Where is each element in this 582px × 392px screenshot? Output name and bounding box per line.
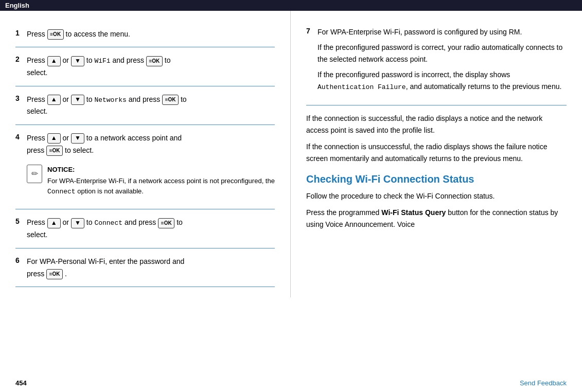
ok-key-5: ≡OK <box>158 218 174 228</box>
step-4-to-select: to select. <box>65 146 94 154</box>
step-7-para3-before: If the preconfigured password is incorre… <box>318 70 510 79</box>
step-3: 3 Press ▲ or ▼ to Networks and press ≡OK… <box>15 86 275 125</box>
step-1: 1 Press ≡OK to access the menu. <box>15 21 275 47</box>
divider-1 <box>306 105 567 105</box>
step-5: 5 Press ▲ or ▼ to Connect and press ≡OK … <box>15 209 275 248</box>
step-2: 2 Press ▲ or ▼ to WiFi and press ≡OK tos… <box>15 47 275 86</box>
step-6: 6 For WPA-Personal Wi-Fi, enter the pass… <box>15 248 275 288</box>
language-label: English <box>5 2 29 9</box>
ok-key-1: ≡OK <box>47 29 64 40</box>
step-6-dot: . <box>65 270 67 278</box>
notice-body-text1: For WPA-Enterprise Wi-Fi, if a network a… <box>47 177 275 185</box>
section-para1: Follow the procedure to check the Wi-Fi … <box>306 190 567 202</box>
step-7-content: For WPA-Enterprise Wi-Fi, password is co… <box>318 26 567 93</box>
step-4-press2: press <box>27 146 46 154</box>
step-3-or: or <box>63 95 71 103</box>
page-header: English <box>0 0 582 11</box>
section-heading: Checking Wi-Fi Connection Status <box>306 173 567 185</box>
wifi-status-query-bold: Wi-Fi Status Query <box>381 208 446 217</box>
step-3-number: 3 <box>15 94 27 102</box>
step-2-press: Press <box>27 56 47 64</box>
left-column: 1 Press ≡OK to access the menu. 2 Press … <box>0 11 291 297</box>
step-1-text-before: Press <box>27 30 47 38</box>
step-5-to: to <box>86 218 95 226</box>
step-4-press: Press <box>27 134 47 142</box>
step-7-number: 7 <box>306 26 318 35</box>
step-6-press: press <box>27 270 46 278</box>
down-key-4: ▼ <box>71 133 84 144</box>
notice-icon: ✏ <box>27 165 42 183</box>
step-5-number: 5 <box>15 217 27 225</box>
down-key-3: ▼ <box>71 95 84 105</box>
up-key-5: ▲ <box>47 218 61 228</box>
main-content: 1 Press ≡OK to access the menu. 2 Press … <box>0 11 582 297</box>
section-para2-before: Press the programmed <box>306 208 381 217</box>
step-3-and: and press <box>129 95 162 103</box>
step-3-content: Press ▲ or ▼ to Networks and press ≡OK t… <box>27 94 275 117</box>
down-key-5: ▼ <box>71 218 84 228</box>
step-2-to: to <box>86 56 95 64</box>
step-6-line1: For WPA-Personal Wi-Fi, enter the passwo… <box>27 256 275 267</box>
step-2-content: Press ▲ or ▼ to WiFi and press ≡OK tosel… <box>27 55 275 78</box>
step-1-text-after: to access the menu. <box>66 30 130 38</box>
step-4-line2: press ≡OK to select. <box>27 145 275 156</box>
info-block-2: If the connection is unsuccessful, the r… <box>306 141 567 164</box>
ok-key-3: ≡OK <box>162 95 179 105</box>
step-6-line2: press ≡OK . <box>27 268 275 279</box>
notice-title: NOTICE: <box>47 165 275 175</box>
info-block-1: If the connection is successful, the rad… <box>306 113 567 136</box>
step-6-content: For WPA-Personal Wi-Fi, enter the passwo… <box>27 256 275 280</box>
step-7-para1: For WPA-Enterprise Wi-Fi, password is co… <box>318 26 567 38</box>
step-7: 7 For WPA-Enterprise Wi-Fi, password is … <box>306 21 567 98</box>
step-1-content: Press ≡OK to access the menu. <box>27 28 275 40</box>
step-2-and: and press <box>113 56 146 64</box>
up-key-2: ▲ <box>47 56 61 66</box>
up-key-4: ▲ <box>47 133 61 144</box>
notice-body: For WPA-Enterprise Wi-Fi, if a network a… <box>47 176 275 197</box>
footer-page-number: 454 <box>15 379 27 387</box>
step-4-or: or <box>63 134 71 142</box>
step-4-to-network: to a network access point and <box>86 134 182 142</box>
step-4-content: Press ▲ or ▼ to a network access point a… <box>27 132 275 202</box>
step-4-number: 4 <box>15 132 27 141</box>
right-column: 7 For WPA-Enterprise Wi-Fi, password is … <box>291 11 582 297</box>
notice-text: NOTICE: For WPA-Enterprise Wi-Fi, if a n… <box>47 165 275 199</box>
up-key-3: ▲ <box>47 95 61 105</box>
step-5-press: Press <box>27 218 47 226</box>
send-feedback-link[interactable]: Send Feedback <box>520 379 567 387</box>
step-4-line1: Press ▲ or ▼ to a network access point a… <box>27 132 275 144</box>
step-5-or: or <box>63 218 71 226</box>
ok-key-2: ≡OK <box>146 56 163 66</box>
step-5-content: Press ▲ or ▼ to Connect and press ≡OK to… <box>27 217 275 240</box>
section-para2: Press the programmed Wi-Fi Status Query … <box>306 207 567 230</box>
step-7-para3: If the preconfigured password is incorre… <box>318 69 567 93</box>
ok-key-6: ≡OK <box>46 269 63 279</box>
step-3-press: Press <box>27 95 47 103</box>
step-7-auth-failure: Authentication Failure <box>318 83 406 91</box>
notice-connect: Connect <box>47 188 76 195</box>
notice-box: ✏ NOTICE: For WPA-Enterprise Wi-Fi, if a… <box>27 162 275 202</box>
step-7-para3-after: , and automatically returns to the previ… <box>406 82 562 91</box>
step-3-networks: Networks <box>94 96 126 104</box>
step-7-para2: If the preconfigured password is correct… <box>318 42 567 65</box>
notice-body-text2: option is not available. <box>76 187 144 195</box>
down-key-2: ▼ <box>71 56 84 66</box>
step-5-and: and press <box>125 218 158 226</box>
ok-key-4: ≡OK <box>46 146 63 156</box>
step-4: 4 Press ▲ or ▼ to a network access point… <box>15 125 275 210</box>
step-5-connect: Connect <box>94 219 122 227</box>
step-2-or: or <box>63 56 71 64</box>
step-6-text: For WPA-Personal Wi-Fi, enter the passwo… <box>27 257 184 265</box>
step-6-number: 6 <box>15 256 27 264</box>
step-3-to: to <box>86 95 95 103</box>
step-2-number: 2 <box>15 55 27 63</box>
step-1-number: 1 <box>15 28 27 37</box>
step-2-wifi: WiFi <box>94 57 110 65</box>
